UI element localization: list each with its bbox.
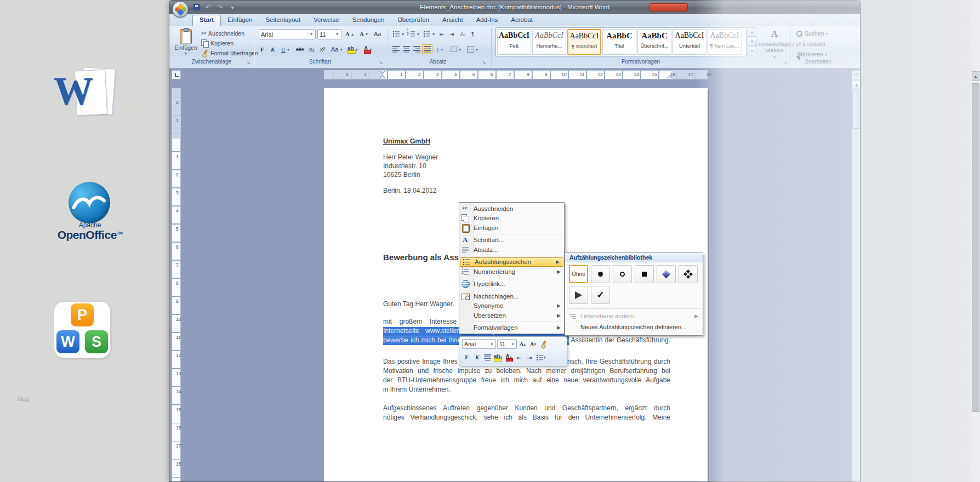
- page-scrollbar[interactable]: ▲: [971, 0, 980, 482]
- styles-dialog-launcher[interactable]: ⇘: [782, 59, 789, 66]
- mini-align-center-button[interactable]: [483, 353, 492, 362]
- style-fett[interactable]: AaBbCcIFett: [497, 29, 531, 55]
- mini-bold-button[interactable]: F: [462, 353, 471, 362]
- mini-highlight-button[interactable]: ab▾: [493, 353, 503, 362]
- mini-increase-indent-button[interactable]: ⇥: [525, 353, 534, 362]
- doc-date-line[interactable]: Berlin, 18.04.2012: [383, 187, 670, 196]
- mini-format-painter-button[interactable]: [539, 340, 548, 349]
- tab-acrobat[interactable]: Acrobat: [504, 15, 539, 26]
- bullets-button[interactable]: ▾: [391, 29, 406, 39]
- shrink-font-button[interactable]: A▾: [358, 29, 369, 39]
- style-standard[interactable]: AaBbCcI¶ Standard: [567, 29, 601, 55]
- align-right-button[interactable]: [412, 44, 422, 54]
- change-styles-button[interactable]: A Formatvorlagen ändern ▾: [760, 28, 789, 58]
- tab-einfügen[interactable]: Einfügen: [221, 15, 259, 26]
- bullet-option-arrow[interactable]: [569, 286, 588, 304]
- office-button[interactable]: [172, 1, 189, 18]
- context-menu-item-übersetzen[interactable]: Übersetzen▶: [459, 311, 564, 320]
- clipboard-dialog-launcher[interactable]: ⇘: [245, 59, 252, 66]
- replace-button[interactable]: Ersetzen: [794, 39, 827, 49]
- style-hervorhe[interactable]: AaBbCcIHervorhe...: [532, 29, 566, 55]
- doc-paragraph-line[interactable]: Aufgeschlossenes Auftreten gegenüber Kun…: [383, 404, 670, 414]
- show-paragraph-marks-button[interactable]: ¶: [470, 29, 476, 39]
- mini-font-size-combo[interactable]: 11▼: [497, 339, 517, 349]
- tab-seitenlayout[interactable]: Seitenlayout: [259, 15, 307, 26]
- mini-grow-font-button[interactable]: A▴: [518, 340, 527, 349]
- doc-paragraph-line[interactable]: der BTU-Unternehmensgruppe freue ich mic…: [383, 376, 670, 386]
- doc-city-line[interactable]: 10625 Berlin: [383, 171, 670, 180]
- define-new-bullet-item[interactable]: Neues Aufzählungszeichen definieren...: [566, 322, 702, 331]
- context-menu-item-aufzählungszeichen[interactable]: Aufzählungszeichen▶: [460, 257, 563, 267]
- doc-company-line[interactable]: Unimax GmbH: [383, 137, 670, 147]
- font-name-combo[interactable]: Arial▼: [259, 29, 316, 39]
- doc-paragraph-line[interactable]: Motivation und frische Impulse zu belebe…: [383, 367, 670, 376]
- decrease-indent-button[interactable]: ⇤: [438, 29, 446, 39]
- page-scrollbar-thumb[interactable]: [972, 83, 979, 412]
- ruler-toggle-button[interactable]: [852, 70, 861, 79]
- tab-selector[interactable]: [172, 70, 181, 79]
- bullet-option-disc[interactable]: [591, 265, 610, 283]
- tab-start[interactable]: Start: [192, 15, 221, 26]
- context-menu-item-nummerierung[interactable]: Nummerierung▶: [459, 267, 564, 277]
- font-dialog-launcher[interactable]: ⇘: [378, 59, 384, 66]
- mini-font-color-button[interactable]: A▾: [504, 353, 514, 362]
- strikethrough-button[interactable]: abc: [294, 44, 306, 54]
- word-desktop-icon[interactable]: W: [54, 65, 121, 119]
- cut-button[interactable]: Ausschneiden: [200, 28, 246, 38]
- doc-paragraph-line[interactable]: nötiges Verhandlungsgeschick, sehe ich a…: [383, 414, 670, 423]
- mini-bullets-button[interactable]: ▾: [535, 353, 546, 362]
- document-scrollbar[interactable]: ▲: [852, 70, 861, 482]
- vertical-ruler[interactable]: 21123456789101112131415161718: [172, 81, 181, 482]
- title-bar[interactable]: ↶ ↷ ▾ Elements_Anschreiben.doc [Kompatib…: [169, 1, 860, 14]
- gallery-up-button[interactable]: ▲: [748, 27, 756, 37]
- tab-sendungen[interactable]: Sendungen: [346, 15, 391, 26]
- sort-button[interactable]: A↓: [459, 29, 468, 39]
- italic-button[interactable]: K: [269, 44, 276, 54]
- change-list-level-item[interactable]: Listenebene ändern ▶: [566, 311, 702, 320]
- scroll-up-button[interactable]: ▲: [852, 81, 861, 90]
- context-menu-item-einfügen[interactable]: Einfügen: [459, 223, 564, 233]
- font-size-combo[interactable]: 11▼: [317, 29, 341, 39]
- tab-verweise[interactable]: Verweise: [307, 15, 346, 26]
- numbering-button[interactable]: ▾: [406, 29, 421, 39]
- copy-button[interactable]: Kopieren: [200, 38, 235, 48]
- line-spacing-button[interactable]: ↕▾: [435, 44, 445, 54]
- style-untertitel[interactable]: AaBbCcIUntertitel: [673, 29, 706, 55]
- mini-decrease-indent-button[interactable]: ⇤: [515, 353, 524, 362]
- context-menu-item-kopieren[interactable]: Kopieren: [459, 214, 564, 223]
- horizontal-ruler[interactable]: 21123456789101112131415161718: [183, 70, 852, 79]
- format-painter-button[interactable]: Format übertragen: [200, 48, 260, 58]
- page-scroll-up-button[interactable]: ▲: [972, 71, 979, 81]
- doc-street-line[interactable]: Industriestr. 10: [383, 162, 670, 171]
- bullet-option-diamond3d[interactable]: [657, 265, 676, 283]
- increase-indent-button[interactable]: ⇥: [448, 29, 456, 39]
- font-color-button[interactable]: A▾: [362, 44, 373, 54]
- find-button[interactable]: Suchen▾: [794, 28, 830, 38]
- context-menu-item-hyperlink[interactable]: Hyperlink...: [459, 279, 564, 289]
- hanging-indent-marker[interactable]: [380, 76, 385, 79]
- align-left-button[interactable]: [391, 44, 401, 54]
- select-button[interactable]: Markieren▾: [794, 49, 829, 59]
- wps-desktop-icon[interactable]: P W S: [54, 301, 111, 358]
- paste-button[interactable]: Einfügen ▾: [173, 27, 198, 58]
- borders-button[interactable]: ▾: [465, 44, 480, 54]
- underline-button[interactable]: U▾: [280, 44, 291, 54]
- bullet-option-fourdiamond[interactable]: [679, 265, 698, 283]
- save-button[interactable]: [191, 3, 201, 12]
- context-menu-item-nachschlagen[interactable]: Nachschlagen...: [459, 291, 564, 301]
- mini-font-name-combo[interactable]: Arial▼: [462, 339, 496, 349]
- doc-contact-line[interactable]: Herr Peter Wagner: [383, 153, 670, 163]
- grow-font-button[interactable]: A▴: [344, 29, 355, 39]
- change-case-button[interactable]: Aa▾: [329, 44, 344, 54]
- paragraph-dialog-launcher[interactable]: ⇘: [481, 59, 487, 66]
- redo-button[interactable]: ↷: [215, 3, 225, 12]
- style-kein-lee[interactable]: AaBbCcI¶ Kein Lee...: [708, 29, 742, 55]
- style-titel[interactable]: AaBbCTitel: [602, 29, 636, 55]
- context-menu-item-schriftart[interactable]: Schriftart...: [459, 236, 564, 245]
- style-überschrif[interactable]: AaBbCÜberschrif...: [637, 29, 671, 55]
- bold-button[interactable]: F: [259, 44, 266, 54]
- context-menu-item-absatz[interactable]: Absatz...: [459, 245, 564, 255]
- tab-add-ins[interactable]: Add-Ins: [470, 15, 505, 26]
- openoffice-desktop-icon[interactable]: Apache OpenOfficeTM: [52, 182, 128, 243]
- subscript-button[interactable]: x₂: [307, 44, 316, 54]
